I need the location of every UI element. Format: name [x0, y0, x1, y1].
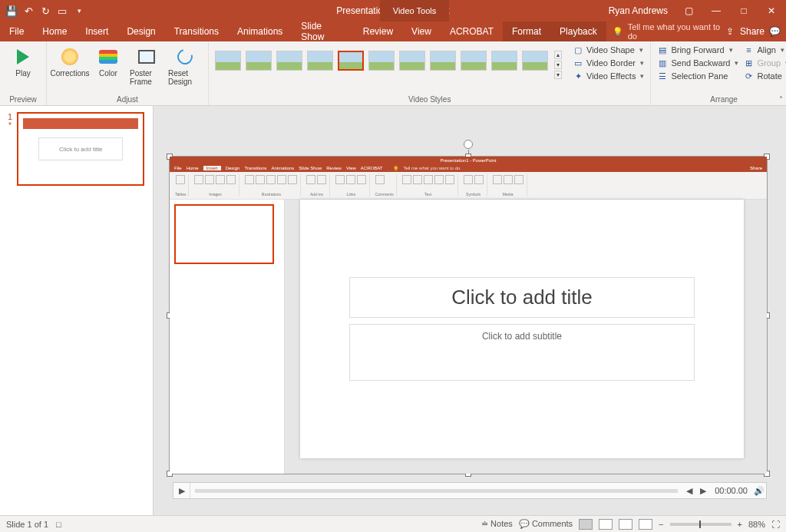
poster-frame-button[interactable]: Poster Frame — [130, 45, 163, 86]
tell-me[interactable]: 💡 Tell me what you want to do — [613, 21, 725, 41]
gallery-more-icon[interactable]: ▾ — [554, 71, 562, 79]
send-backward-button[interactable]: ▥Send Backward — [657, 58, 738, 68]
align-button[interactable]: ≡Align — [743, 45, 786, 55]
qat-customize-icon[interactable]: ▾ — [72, 4, 86, 18]
style-thumb[interactable] — [246, 51, 272, 71]
inner-group-label: Add-ins — [305, 192, 327, 197]
style-thumb[interactable] — [399, 51, 425, 71]
close-icon[interactable]: ✕ — [760, 2, 783, 19]
style-thumb[interactable] — [522, 51, 548, 71]
share-button[interactable]: Share — [740, 26, 765, 37]
comments-button[interactable]: 💬 Comments — [519, 519, 573, 529]
maximize-icon[interactable]: □ — [732, 2, 755, 19]
inner-tab: View — [346, 166, 356, 170]
rotate-icon: ⟳ — [743, 71, 754, 81]
style-thumb[interactable] — [491, 51, 517, 71]
comments-icon[interactable]: 💬 — [769, 26, 780, 37]
minimize-icon[interactable]: — — [705, 2, 728, 19]
playbar-prev-icon[interactable]: ◀ — [682, 486, 696, 496]
undo-icon[interactable]: ↶ — [21, 4, 35, 18]
style-thumb[interactable] — [461, 51, 487, 71]
style-thumb-selected[interactable] — [338, 51, 364, 71]
ribbon: Play Preview Corrections Color Poster Fr… — [0, 41, 786, 106]
normal-view-icon[interactable] — [579, 519, 593, 530]
slide-thumbnails-pane[interactable]: 1 * Click to add title — [0, 106, 154, 515]
rotate-handle-icon[interactable] — [464, 140, 473, 149]
style-thumb[interactable] — [430, 51, 456, 71]
start-from-beginning-icon[interactable]: ▭ — [55, 4, 69, 18]
tab-animations[interactable]: Animations — [228, 21, 292, 41]
inner-tab: Home — [187, 166, 199, 170]
video-playbar[interactable]: ▶ ◀ ▶ 00:00.00 🔊 — [173, 482, 767, 499]
playbar-next-icon[interactable]: ▶ — [696, 486, 710, 496]
zoom-slider[interactable] — [670, 523, 732, 526]
main-area: 1 * Click to add title Presenta — [0, 106, 786, 515]
slide-thumbnail-1[interactable]: 1 * Click to add title — [8, 112, 148, 186]
slide-canvas[interactable]: Presentation1 - PowerPoint File Home Ins… — [154, 106, 786, 515]
style-thumb[interactable] — [368, 51, 395, 71]
rotate-button[interactable]: ⟳Rotate — [743, 71, 786, 81]
slidesorter-view-icon[interactable] — [599, 519, 613, 530]
video-object[interactable]: Presentation1 - PowerPoint File Home Ins… — [169, 156, 768, 474]
playbar-play-icon[interactable]: ▶ — [173, 483, 190, 498]
share-icon[interactable]: ⇪ — [725, 26, 735, 37]
tab-format[interactable]: Format — [503, 21, 550, 41]
gallery-scroll-down-icon[interactable]: ▾ — [554, 61, 562, 69]
playbar-track[interactable] — [195, 489, 678, 493]
tab-playback[interactable]: Playback — [550, 21, 606, 41]
video-style-gallery[interactable]: ▴ ▾ ▾ — [215, 48, 562, 79]
ribbon-options-icon[interactable]: ▢ — [677, 2, 700, 19]
inner-group-label: Images — [193, 192, 236, 197]
zoom-out-icon[interactable]: − — [659, 520, 663, 529]
inner-thumbs — [170, 200, 285, 474]
group-preview: Play Preview — [0, 41, 47, 105]
color-label: Color — [99, 69, 117, 78]
tab-review[interactable]: Review — [354, 21, 402, 41]
gallery-scroll-up-icon[interactable]: ▴ — [554, 51, 562, 59]
tab-design[interactable]: Design — [117, 21, 164, 41]
quick-access-toolbar: 💾 ↶ ↻ ▭ ▾ — [0, 4, 86, 18]
fit-to-window-icon[interactable]: ⛶ — [771, 520, 780, 529]
slide-indicator[interactable]: Slide 1 of 1 — [6, 520, 48, 529]
notes-button[interactable]: ≐ Notes — [481, 519, 513, 529]
inner-tab-active: Insert — [203, 166, 221, 170]
spellcheck-icon[interactable]: □ — [56, 520, 61, 529]
style-thumb[interactable] — [215, 51, 241, 71]
selection-pane-icon: ☰ — [657, 71, 668, 81]
slideshow-view-icon[interactable] — [639, 519, 652, 530]
video-shape-button[interactable]: ▢Video Shape — [573, 45, 644, 55]
align-label: Align — [757, 45, 775, 55]
group-label-adjust: Adjust — [53, 94, 202, 104]
video-border-label: Video Border — [586, 58, 636, 68]
style-thumb[interactable] — [276, 51, 302, 71]
play-button[interactable]: Play — [6, 45, 40, 78]
tab-slideshow[interactable]: Slide Show — [292, 21, 353, 41]
video-border-button[interactable]: ▭Video Border — [573, 58, 644, 68]
tab-file[interactable]: File — [0, 21, 33, 41]
color-button[interactable]: Color — [91, 45, 125, 78]
tab-view[interactable]: View — [402, 21, 441, 41]
redo-icon[interactable]: ↻ — [38, 4, 52, 18]
group-button[interactable]: ⊞Group — [743, 58, 786, 68]
video-effects-button[interactable]: ✦Video Effects — [573, 71, 644, 81]
corrections-button[interactable]: Corrections — [53, 45, 87, 78]
reset-design-button[interactable]: Reset Design — [168, 45, 202, 86]
tab-insert[interactable]: Insert — [76, 21, 117, 41]
tab-transitions[interactable]: Transitions — [165, 21, 228, 41]
selection-pane-label: Selection Pane — [671, 71, 728, 81]
selection-pane-button[interactable]: ☰Selection Pane — [657, 71, 738, 81]
send-backward-icon: ▥ — [657, 58, 668, 68]
reading-view-icon[interactable] — [619, 519, 632, 530]
collapse-ribbon-icon[interactable]: ˄ — [779, 95, 783, 104]
playbar-volume-icon[interactable]: 🔊 — [752, 486, 766, 496]
tab-acrobat[interactable]: ACROBAT — [441, 21, 503, 41]
notes-label: Notes — [490, 519, 513, 528]
tab-home[interactable]: Home — [33, 21, 76, 41]
style-thumb[interactable] — [307, 51, 333, 71]
slide-thumb-preview[interactable]: Click to add title — [17, 112, 144, 186]
zoom-level[interactable]: 88% — [748, 520, 765, 529]
save-icon[interactable]: 💾 — [5, 4, 18, 18]
bring-forward-button[interactable]: ▤Bring Forward — [657, 45, 738, 55]
zoom-in-icon[interactable]: + — [738, 520, 742, 529]
user-name[interactable]: Ryan Andrews — [609, 5, 668, 16]
